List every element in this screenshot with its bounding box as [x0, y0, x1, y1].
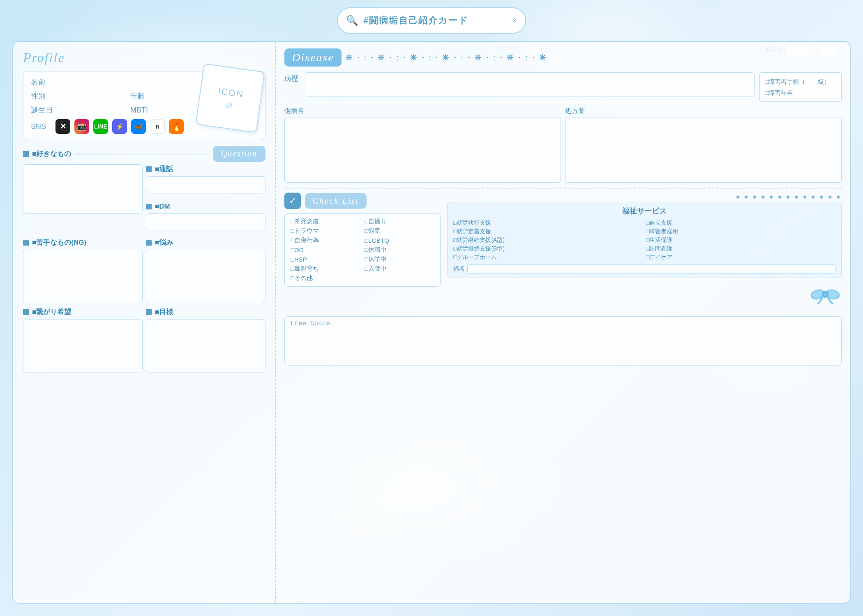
- tsunagari-title: ■繋がり希望: [32, 307, 71, 317]
- fukushi-item-5[interactable]: □生活保護: [646, 237, 835, 244]
- fukushi-item-9[interactable]: □デイケア: [646, 254, 835, 261]
- tsunagari-input[interactable]: [23, 319, 143, 372]
- favorites-input[interactable]: [23, 164, 143, 214]
- sns-discord-icon[interactable]: ⚡: [112, 119, 127, 134]
- mokuhyo-header: ■目標: [146, 307, 265, 317]
- search-icon: 🔍: [346, 15, 358, 26]
- checklist-item-8[interactable]: □HSP: [291, 255, 360, 263]
- sns-line-icon[interactable]: LINE: [93, 119, 108, 134]
- nayami-input[interactable]: [146, 250, 265, 303]
- flower-decorations: ❋・:・❋・:・❋・:・❋・:・❋・:・❋・:・❋: [346, 52, 842, 63]
- checklist-item-3[interactable]: □悩気: [365, 227, 434, 235]
- checklist-item-empty: [365, 274, 434, 282]
- tsunagari-square: [23, 309, 29, 315]
- fukushi-item-8[interactable]: □グループホーム: [453, 254, 643, 261]
- checklist-item-5[interactable]: □LGBTQ: [365, 237, 434, 244]
- question-button[interactable]: Question: [213, 146, 265, 162]
- tsushin-square: [146, 166, 152, 172]
- search-text: #闘病垢自己紹介カード: [363, 14, 507, 27]
- tsushin-title: ■通話: [155, 164, 173, 174]
- fukushi-title: 福祉サービス: [453, 206, 835, 216]
- free-space-input[interactable]: [291, 329, 835, 362]
- sns-instagram-icon[interactable]: 📸: [74, 119, 89, 134]
- favorites-dot-line: [76, 154, 206, 154]
- checklist-item-11[interactable]: □入院中: [365, 265, 434, 273]
- fukushi-item-4[interactable]: □就労継続支援(A型): [453, 237, 643, 244]
- checklist-item-2[interactable]: □トラウマ: [291, 227, 360, 235]
- svg-point-5: [823, 292, 827, 297]
- dm-title: ■DM: [155, 202, 170, 211]
- check-icon: ✓: [284, 193, 301, 209]
- fukushi-item-3[interactable]: □障害者雇用: [646, 228, 835, 235]
- favorites-square: [23, 151, 29, 157]
- sns-note-icon[interactable]: n: [150, 119, 165, 134]
- tsunagari-section: ■繋がり希望: [23, 307, 143, 372]
- tsushin-input[interactable]: [146, 176, 265, 193]
- sns-bluesky-icon[interactable]: 🦋: [131, 119, 146, 134]
- diamond-divider-right: ◆ ◆ ◆ ◆ ◆ ◆ ◆ ◆ ◆ ◆ ◆ ◆ ◆: [447, 193, 842, 200]
- checklist-item-0[interactable]: □希死念慮: [291, 218, 360, 225]
- fukushi-item-7[interactable]: □訪問看護: [646, 245, 835, 253]
- fukushi-right: ◆ ◆ ◆ ◆ ◆ ◆ ◆ ◆ ◆ ◆ ◆ ◆ ◆ 福祉サービス □就労移行支援…: [447, 193, 842, 312]
- tsushin-header: ■通話: [146, 164, 265, 174]
- ng-input[interactable]: [23, 250, 143, 303]
- bow-decoration: [809, 282, 842, 312]
- byoreki-input[interactable]: [306, 72, 755, 97]
- shoho-section: 処方薬: [565, 107, 842, 183]
- bikou-label: 備考: [453, 265, 465, 273]
- icon-at: @: [225, 101, 233, 109]
- free-space-label: Free Space: [291, 320, 835, 327]
- checklist-body: □希死念慮 □自撮り □トラウマ □悩気 □自傷行為 □LGBTQ □OD □休…: [284, 213, 441, 287]
- shobyo-section: 傷病名: [284, 107, 561, 183]
- fukushi-item-2[interactable]: □就労定着支援: [453, 228, 643, 235]
- fukushi-item-1[interactable]: □自立支援: [646, 219, 835, 227]
- checklist-item-1[interactable]: □自撮り: [365, 218, 434, 225]
- checklist-item-7[interactable]: □休職中: [365, 246, 434, 254]
- checklist-item-4[interactable]: □自傷行為: [291, 237, 360, 244]
- fukushi-item-6[interactable]: □就労継続支援(B型): [453, 245, 643, 253]
- shobyo-input[interactable]: [284, 117, 561, 183]
- gender-input[interactable]: [63, 92, 120, 100]
- dm-input[interactable]: [146, 213, 265, 230]
- checklist-item-10[interactable]: □毒親育ち: [291, 265, 360, 273]
- checklist-item-12[interactable]: □その他: [291, 274, 360, 282]
- bikou-input[interactable]: [467, 264, 835, 274]
- tsunagari-header: ■繋がり希望: [23, 307, 143, 317]
- sns-label: SNS: [31, 122, 51, 131]
- favorites-left-col: [23, 164, 143, 234]
- search-bar[interactable]: 🔍 #闘病垢自己紹介カード ×: [337, 7, 526, 34]
- shobyo-shoho-row: 傷病名 処方薬: [284, 107, 842, 183]
- close-icon[interactable]: ×: [512, 16, 517, 25]
- right-panel: Disease ❋・:・❋・:・❋・:・❋・:・❋・:・❋・:・❋ 病歴 □障害…: [276, 42, 850, 603]
- byoreki-row: 病歴 □障害者手帳（ 級） □障害年金: [284, 72, 842, 102]
- shobyo-label: 傷病名: [284, 107, 561, 115]
- sns-x-icon[interactable]: ✕: [55, 119, 70, 134]
- birthday-input[interactable]: [63, 106, 120, 114]
- nayami-title: ■悩み: [155, 238, 173, 247]
- shoho-label: 処方薬: [565, 107, 842, 115]
- checklist-item-9[interactable]: □休学中: [365, 255, 434, 263]
- birthday-label: 誕生日: [31, 105, 60, 115]
- fukushi-item-0[interactable]: □就労移行支援: [453, 219, 643, 227]
- dm-header: ■DM: [146, 202, 265, 211]
- free-space-section: Free Space: [284, 316, 842, 365]
- main-card: Profile ICON @ 名前 性別 年齢 誕生日: [12, 41, 851, 604]
- checkbox-shogai[interactable]: □障害者手帳（ 級）: [765, 76, 836, 87]
- checklist-item-6[interactable]: □OD: [291, 246, 360, 254]
- mokuhyo-input[interactable]: [146, 319, 265, 372]
- age-label: 年齢: [130, 91, 159, 101]
- icon-box: ICON @: [195, 63, 265, 133]
- sns-mixi-icon[interactable]: 🔥: [169, 119, 184, 134]
- small-diamonds: ◆ ◆ ◆ ◆ ◆ ◆ ◆ ◆ ◆ ◆ ◆ ◆ ◆: [736, 194, 842, 200]
- ng-title: ■苦手なもの(NG): [32, 238, 86, 247]
- ng-section: ■苦手なもの(NG): [23, 238, 143, 303]
- shoho-input[interactable]: [565, 117, 842, 183]
- right-divider: [284, 188, 842, 188]
- disease-header: Disease ❋・:・❋・:・❋・:・❋・:・❋・:・❋・:・❋: [284, 48, 842, 67]
- mokuhyo-title: ■目標: [155, 307, 173, 317]
- checklist-title: Check List: [305, 193, 367, 209]
- mbti-label: MBTI: [130, 106, 159, 115]
- checklist-header: ✓ Check List: [284, 193, 441, 209]
- checkbox-nenkin[interactable]: □障害年金: [765, 87, 836, 98]
- nayami-section: ■悩み: [146, 238, 265, 303]
